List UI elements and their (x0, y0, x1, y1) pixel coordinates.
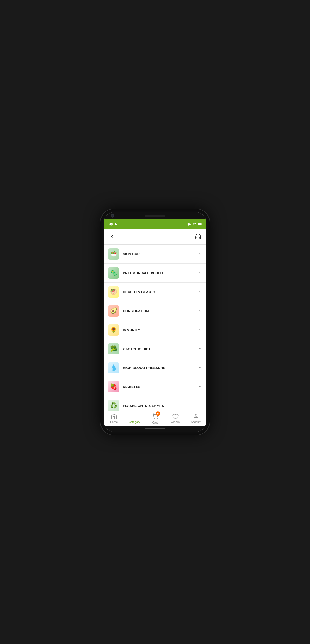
cart-nav-icon: 0 (152, 413, 158, 420)
chevron-down-icon (198, 271, 202, 275)
wishlist-nav-label: Wishlist (171, 420, 180, 424)
category-icon: 🥙 (108, 286, 119, 298)
category-label: DIABETES (123, 385, 198, 389)
chevron-down-icon (198, 385, 202, 389)
category-item[interactable]: 🍓DIABETES (104, 377, 206, 396)
nav-item-category[interactable]: Category (124, 413, 145, 424)
category-icon: 🥦 (108, 343, 119, 354)
settings-icon (109, 222, 113, 226)
category-item[interactable]: 🥦GASTRITIS DIET (104, 339, 206, 358)
svg-rect-4 (135, 414, 137, 416)
cart-badge: 0 (156, 411, 160, 416)
phone-top-hardware (104, 212, 206, 219)
sim-icon (114, 222, 118, 226)
svg-point-7 (154, 418, 154, 419)
chevron-down-icon (198, 290, 202, 294)
category-icon: 🥗 (108, 248, 119, 260)
chevron-down-icon (198, 328, 202, 332)
nav-item-cart[interactable]: 0Cart (145, 413, 165, 424)
category-icon: 💧 (108, 362, 119, 373)
home-indicator (145, 428, 165, 429)
svg-rect-2 (198, 223, 201, 225)
category-label: HEALTH & BEAUTY (123, 290, 198, 294)
status-left (108, 222, 118, 226)
app-header (104, 229, 206, 245)
chevron-down-icon (198, 366, 202, 370)
category-nav-icon (131, 413, 138, 420)
svg-rect-5 (135, 417, 137, 419)
category-item[interactable]: 💧HIGH BLOOD PRESSURE (104, 358, 206, 377)
category-label: FLASHLIGHTS & LAMPS (123, 404, 202, 408)
category-icon: 🥑 (108, 305, 119, 317)
cart-wrapper: 0 (152, 413, 158, 419)
svg-point-9 (195, 414, 197, 416)
home-nav-label: Home (110, 420, 118, 424)
status-right (187, 222, 202, 226)
phone-frame: 🥗SKIN CARE🦠PNEUMONIA/FLU/COLD🥙HEALTH & B… (100, 209, 210, 435)
signal-icon (192, 222, 196, 226)
category-list: 🥗SKIN CARE🦠PNEUMONIA/FLU/COLD🥙HEALTH & B… (104, 245, 206, 411)
category-label: CONSTIPATION (123, 309, 198, 313)
category-label: HIGH BLOOD PRESSURE (123, 366, 198, 370)
svg-rect-3 (132, 414, 134, 416)
cart-nav-label: Cart (152, 421, 158, 424)
category-nav-label: Category (129, 420, 140, 424)
category-item[interactable]: 🥑CONSTIPATION (104, 301, 206, 320)
category-label: IMMUNITY (123, 328, 198, 332)
wifi-icon (187, 223, 191, 226)
support-button[interactable] (194, 232, 202, 241)
camera (111, 214, 114, 218)
category-label: SKIN CARE (123, 252, 198, 256)
category-item[interactable]: 🌻IMMUNITY (104, 320, 206, 339)
phone-screen: 🥗SKIN CARE🦠PNEUMONIA/FLU/COLD🥙HEALTH & B… (104, 212, 206, 432)
headphone-icon (195, 233, 201, 240)
battery-icon (198, 223, 202, 226)
status-bar (104, 219, 206, 229)
chevron-down-icon (198, 309, 202, 313)
category-label: GASTRITIS DIET (123, 347, 198, 351)
category-item[interactable]: 🦠PNEUMONIA/FLU/COLD (104, 264, 206, 283)
category-icon: 🌻 (108, 324, 119, 336)
wishlist-nav-icon (172, 413, 179, 420)
bottom-nav: HomeCategory0CartWishlistAccount (104, 411, 206, 426)
account-nav-icon (193, 413, 199, 420)
chevron-down-icon (198, 347, 202, 351)
category-icon: 🦠 (108, 267, 119, 279)
svg-point-8 (157, 418, 157, 419)
chevron-down-icon (198, 252, 202, 256)
speaker (145, 215, 165, 217)
category-icon: 🍓 (108, 381, 119, 392)
phone-bottom-hardware (104, 426, 206, 432)
back-button[interactable] (108, 232, 116, 241)
category-item[interactable]: ♻️FLASHLIGHTS & LAMPS (104, 396, 206, 411)
home-nav-icon (111, 413, 117, 420)
category-icon: ♻️ (108, 400, 119, 411)
svg-rect-6 (132, 417, 134, 419)
account-nav-label: Account (191, 420, 201, 424)
category-label: PNEUMONIA/FLU/COLD (123, 271, 198, 275)
category-item[interactable]: 🥙HEALTH & BEAUTY (104, 283, 206, 301)
nav-item-wishlist[interactable]: Wishlist (165, 413, 186, 424)
svg-rect-1 (202, 224, 202, 225)
nav-item-account[interactable]: Account (186, 413, 206, 424)
category-item[interactable]: 🥗SKIN CARE (104, 245, 206, 264)
nav-item-home[interactable]: Home (104, 413, 124, 424)
